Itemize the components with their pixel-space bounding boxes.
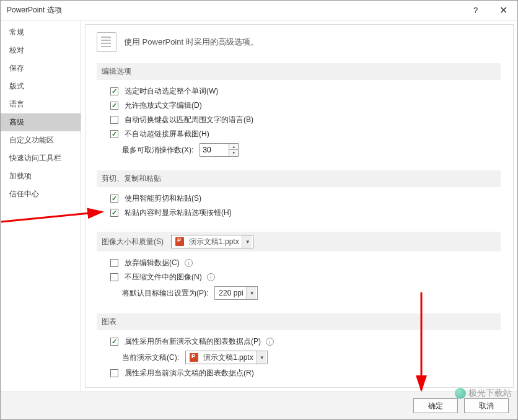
checkbox-no-auto-hyperlink[interactable] [110,130,118,138]
label-current-doc-points: 属性采用当前演示文稿的图表数据点(R) [125,368,254,378]
label-current-doc: 当前演示文稿(C): [122,352,179,363]
spinner-down[interactable]: ▼ [229,150,238,156]
section-edit-title: 编辑选项 [97,63,501,80]
checkbox-current-doc-points[interactable] [110,369,118,377]
chevron-down-icon: ▼ [242,235,252,248]
nav-language[interactable]: 语言 [1,95,81,113]
checkbox-auto-select-word[interactable] [110,87,118,95]
nav-customize-ribbon[interactable]: 自定义功能区 [1,131,81,149]
nav-advanced[interactable]: 高级 [1,113,81,131]
checkbox-show-paste-options[interactable] [110,209,118,217]
nav-proofing[interactable]: 校对 [1,42,81,59]
dropdown-current-doc[interactable]: 演示文稿1.pptx ▼ [185,351,268,364]
ok-button[interactable]: 确定 [413,398,458,413]
cancel-button[interactable]: 取消 [464,398,509,413]
label-max-undo: 最多可取消操作数(X): [122,145,193,155]
label-auto-select-word: 选定时自动选定整个单词(W) [125,86,218,97]
sidebar: 常规 校对 保存 版式 语言 高级 自定义功能区 快速访问工具栏 加载项 信任中… [1,20,81,392]
section-cutcopy-title: 剪切、复制和粘贴 [97,170,501,187]
checkbox-discard-edit[interactable] [110,259,118,267]
label-discard-edit: 放弃编辑数据(C) [125,258,180,268]
pptx-icon [190,353,198,362]
help-button[interactable]: ? [462,1,489,20]
spinner-max-undo[interactable]: ▲ ▼ [200,143,239,157]
checkbox-allow-drag[interactable] [110,102,118,110]
header-text: 使用 PowerPoint 时采用的高级选项。 [124,37,258,48]
nav-trust-center[interactable]: 信任中心 [1,185,81,203]
dropdown-image-target-doc-label: 演示文稿1.pptx [189,237,239,247]
pptx-icon [175,237,184,246]
nav-general[interactable]: 常规 [1,24,81,42]
section-image-title-text: 图像大小和质量(S) [102,237,164,247]
nav-layout[interactable]: 版式 [1,77,81,95]
label-show-paste-options: 粘贴内容时显示粘贴选项按钮(H) [125,208,232,218]
label-no-auto-hyperlink: 不自动超链接屏幕截图(H) [125,129,209,139]
label-smart-cutpaste: 使用智能剪切和粘贴(S) [125,193,201,204]
dialog-title: PowerPoint 选项 [7,5,462,15]
chevron-down-icon: ▼ [256,351,266,364]
info-icon[interactable]: i [207,273,215,281]
label-all-new-docs: 属性采用所有新演示文稿的图表数据点(P) [125,336,261,347]
info-icon[interactable]: i [185,259,193,267]
close-button[interactable]: ✕ [489,1,517,20]
chevron-down-icon: ▼ [246,287,256,299]
section-chart-title: 图表 [97,313,501,330]
footer: 确定 取消 [1,392,517,419]
nav-addins[interactable]: 加载项 [1,167,81,185]
dropdown-current-doc-label: 演示文稿1.pptx [203,352,253,363]
dropdown-default-target[interactable]: 220 ppi ▼ [214,286,257,300]
label-default-target: 将默认目标输出设置为(P): [122,288,208,299]
titlebar: PowerPoint 选项 ? ✕ [1,1,517,20]
spinner-up[interactable]: ▲ [229,144,238,150]
checkbox-auto-switch-keyboard[interactable] [110,116,118,124]
checkbox-all-new-docs[interactable] [110,338,118,346]
input-max-undo[interactable] [200,144,229,156]
nav-qat[interactable]: 快速访问工具栏 [1,149,81,167]
checkbox-no-compress[interactable] [110,273,118,281]
dropdown-default-target-label: 220 ppi [219,289,243,297]
main-panel: 使用 PowerPoint 时采用的高级选项。 编辑选项 选定时自动选定整个单词… [85,24,514,388]
options-icon [97,32,116,52]
info-icon[interactable]: i [266,338,274,346]
label-no-compress: 不压缩文件中的图像(N) [125,272,202,282]
label-auto-switch-keyboard: 自动切换键盘以匹配周围文字的语言(B) [125,115,253,125]
checkbox-smart-cutpaste[interactable] [110,195,118,203]
dropdown-image-target-doc[interactable]: 演示文稿1.pptx ▼ [171,235,253,248]
section-image-title: 图像大小和质量(S) 演示文稿1.pptx ▼ [97,232,501,252]
label-allow-drag: 允许拖放式文字编辑(D) [125,100,202,111]
nav-save[interactable]: 保存 [1,59,81,77]
